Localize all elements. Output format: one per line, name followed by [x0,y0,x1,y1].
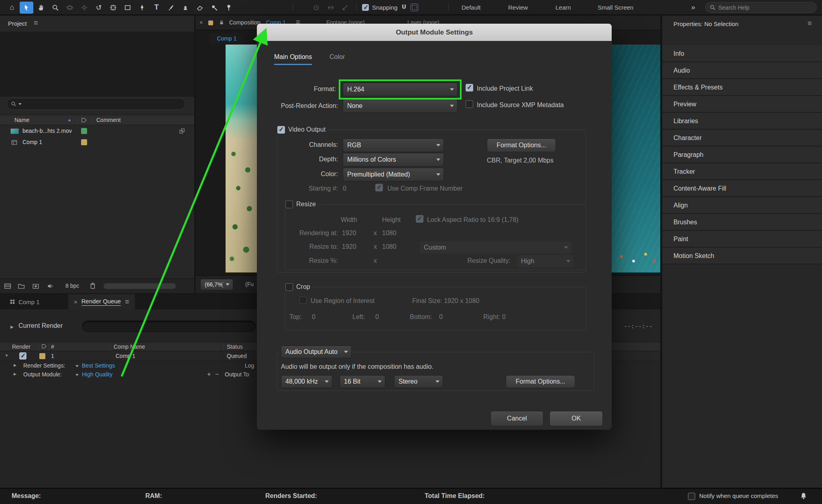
video-format-options-button[interactable]: Format Options... [487,138,556,152]
search-options-icon[interactable] [18,103,22,105]
eraser-tool-icon[interactable] [193,2,207,14]
render-settings-value[interactable]: Best Settings [82,362,115,369]
close-icon[interactable]: × [74,299,77,305]
brush-tool-icon[interactable] [164,2,178,14]
column-name[interactable]: Name [14,117,29,123]
include-project-link-checkbox[interactable] [466,84,473,91]
color-dropdown[interactable]: Premultiplied (Matted) [343,168,444,181]
sort-ascending-icon[interactable]: ▲ [67,118,71,122]
tab-comp-1[interactable]: Comp 1 [6,294,44,309]
panel-item-align[interactable]: Align [662,197,822,214]
comp-mini-tab[interactable]: Comp 1 [209,33,244,44]
help-search-input[interactable] [718,4,799,11]
panel-item-audio[interactable]: Audio [662,62,822,79]
sample-rate-dropdown[interactable]: 48,000 kHz [281,375,332,388]
pen-tool-icon[interactable] [135,2,149,14]
label-color-chip[interactable] [39,353,45,359]
workspace-overflow-icon[interactable]: » [691,0,695,15]
bit-depth-indicator[interactable]: 8 bpc [65,282,79,289]
workspace-tab-small-screen[interactable]: Small Screen [598,0,633,15]
folder-icon[interactable] [18,282,25,291]
audio-icon[interactable] [47,282,54,291]
zoom-level-dropdown[interactable]: (66,7%) [200,279,233,290]
panel-item-paragraph[interactable]: Paragraph [662,146,822,163]
inactive-tool-icon[interactable] [324,2,338,14]
collapse-icon[interactable]: ▼ [5,354,8,358]
use-comp-frame-checkbox[interactable] [375,184,383,191]
hand-tool-icon[interactable] [34,2,48,14]
audio-format-options-button[interactable]: Format Options... [506,375,575,388]
inactive-tool-icon[interactable] [338,2,352,14]
panel-menu-icon[interactable]: ≡ [125,298,129,306]
lock-aspect-checkbox[interactable] [416,215,423,223]
column-render[interactable]: Render [12,343,31,350]
panel-menu-icon[interactable]: ≡ [34,19,38,27]
rotate-tool-icon[interactable]: ↺ [92,2,106,14]
trash-icon[interactable] [89,282,96,291]
add-output-icon[interactable]: + [207,371,211,378]
label-column-icon[interactable] [81,117,87,124]
tab-render-queue[interactable]: × Render Queue ≡ [68,294,135,309]
use-roi-checkbox[interactable] [299,297,307,304]
shape-tool-icon[interactable] [121,2,134,14]
project-row-footage[interactable]: beach-b...hts 2.mov [0,126,194,137]
viewer-tab-composition[interactable]: Composition [229,19,260,26]
format-dropdown[interactable]: H.264 [343,83,458,96]
ok-button[interactable]: OK [549,411,603,426]
bit-depth-dropdown[interactable]: 16 Bit [340,375,385,388]
expand-icon[interactable]: ▶ [14,372,16,376]
panel-item-libraries[interactable]: Libraries [662,113,822,130]
proxy-icon[interactable] [32,282,39,291]
column-comment[interactable]: Comment [96,117,121,123]
expand-icon[interactable]: ▶ [14,363,16,367]
channels-dropdown[interactable]: RGB [343,138,444,152]
chevron-down-icon[interactable] [75,365,79,367]
roto-brush-tool-icon[interactable] [208,2,221,14]
render-item-checkbox[interactable] [19,352,26,360]
video-output-checkbox[interactable] [277,126,285,134]
panel-item-brushes[interactable]: Brushes [662,214,822,231]
column-number[interactable]: # [51,343,54,350]
resize-preset-dropdown[interactable]: Custom [419,241,572,254]
home-icon[interactable]: ⌂ [5,2,19,14]
panel-menu-icon[interactable]: ≡ [808,19,812,28]
include-xmp-checkbox[interactable] [466,100,473,108]
cancel-button[interactable]: Cancel [490,411,543,426]
output-module-value[interactable]: High Quality [82,371,112,378]
panel-item-effects-presets[interactable]: Effects & Presets [662,79,822,96]
column-comp-name[interactable]: Comp Name [114,343,145,350]
snap-options-icon[interactable] [411,4,418,11]
panel-item-paint[interactable]: Paint [662,231,822,248]
list-view-icon[interactable] [4,282,11,291]
type-tool-icon[interactable]: T [150,2,163,14]
pan-camera-tool-icon[interactable] [77,2,91,14]
zoom-tool-icon[interactable] [49,2,62,14]
panel-item-character[interactable]: Character [662,130,822,146]
close-icon[interactable]: × [199,19,203,26]
orbit-camera-tool-icon[interactable] [63,2,77,14]
audio-output-dropdown[interactable]: Audio Output Auto [281,345,352,358]
column-status[interactable]: Status [227,343,243,350]
workspace-tab-review[interactable]: Review [508,0,528,15]
project-panel-tab[interactable]: Project [8,20,27,27]
post-render-action-dropdown[interactable]: None [343,99,458,113]
project-row-comp[interactable]: Comp 1 [0,137,194,148]
horizontal-scrollbar[interactable] [104,283,176,289]
project-search-input[interactable] [24,101,176,107]
label-color-chip[interactable] [81,128,87,134]
lock-icon[interactable] [219,20,224,26]
inactive-tool-icon[interactable] [309,2,323,14]
panel-item-info[interactable]: Info [662,45,822,62]
panel-item-preview[interactable]: Preview [662,96,822,113]
tab-color[interactable]: Color [330,53,345,64]
tab-main-options[interactable]: Main Options [274,53,312,65]
snap-magnet-icon[interactable] [401,4,407,12]
project-search[interactable] [6,98,185,110]
remove-output-icon[interactable]: − [215,371,219,378]
panel-item-content-aware-fill[interactable]: Content-Aware Fill [662,180,822,197]
resize-quality-dropdown[interactable]: High [517,255,574,268]
notify-checkbox[interactable] [688,493,695,500]
clone-stamp-tool-icon[interactable] [179,2,192,14]
resolution-dropdown-partial[interactable]: (Fu [245,281,254,287]
panel-item-motion-sketch[interactable]: Motion Sketch [662,248,822,264]
